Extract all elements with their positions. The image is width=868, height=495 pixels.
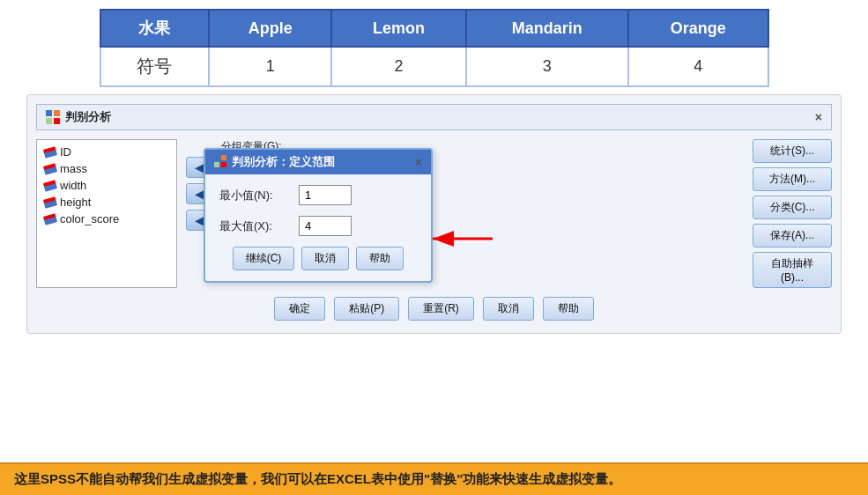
var-label-width: width [60, 179, 86, 192]
var-label-id: ID [60, 145, 71, 159]
min-value-input[interactable] [299, 185, 352, 205]
status-bar-text: 这里SPSS不能自动帮我们生成虚拟变量，我们可以在EXCEL表中使用"替换"功能… [14, 471, 621, 486]
row-3: 3 [466, 47, 628, 86]
col-fruit: 水果 [100, 10, 210, 47]
max-value-row: 最大值(X): [219, 216, 417, 236]
subdialog-body: 最小值(N): 最大值(X): 继续(C) 取消 帮助 [205, 174, 431, 281]
col-lemon: Lemon [331, 10, 466, 47]
continue-button[interactable]: 继续(C) [233, 247, 295, 270]
var-item-id: ID [41, 144, 173, 160]
var-item-mass: mass [41, 160, 173, 177]
min-label: 最小值(N): [219, 188, 290, 203]
var-label-color-score: color_score [60, 212, 119, 225]
subdialog-title-left: 判别分析：定义范围 [214, 154, 335, 170]
svg-rect-2 [46, 118, 52, 124]
stats-button[interactable]: 统计(S)... [753, 139, 832, 163]
dialog-app-icon [46, 110, 60, 124]
main-dialog: 判别分析 × ID mass width height [26, 94, 842, 334]
row-4: 4 [628, 47, 768, 86]
row-1: 1 [209, 47, 331, 86]
bottom-buttons-row: 确定 粘贴(P) 重置(R) 取消 帮助 [36, 297, 832, 324]
status-bar: 这里SPSS不能自动帮我们生成虚拟变量，我们可以在EXCEL表中使用"替换"功能… [0, 462, 868, 495]
svg-rect-1 [54, 110, 60, 116]
fruit-table: 水果 Apple Lemon Mandarin Orange 符号 1 2 3 … [100, 9, 769, 87]
save-button[interactable]: 保存(A)... [753, 224, 832, 248]
help-button[interactable]: 帮助 [543, 297, 594, 321]
col-orange: Orange [628, 10, 768, 47]
var-label-mass: mass [60, 162, 87, 175]
subdialog-title-text: 判别分析：定义范围 [232, 154, 335, 170]
svg-rect-5 [221, 155, 226, 160]
subdialog-close-button[interactable]: × [415, 155, 422, 169]
subdialog-cancel-button[interactable]: 取消 [301, 247, 349, 270]
min-value-row: 最小值(N): [219, 185, 417, 205]
define-range-subdialog: 判别分析：定义范围 × 最小值(N): 最大值(X): 继续(C) 取消 帮助 [204, 148, 433, 283]
max-label: 最大值(X): [219, 218, 290, 234]
subdialog-buttons: 继续(C) 取消 帮助 [219, 247, 417, 270]
svg-rect-4 [214, 155, 219, 160]
far-right-buttons: 统计(S)... 方法(M)... 分类(C)... 保存(A)... 自助抽样… [753, 139, 832, 288]
svg-rect-7 [221, 162, 226, 167]
var-icon-height [43, 196, 57, 208]
subdialog-title-bar: 判别分析：定义范围 × [205, 150, 431, 174]
reset-button[interactable]: 重置(R) [408, 297, 474, 321]
dialog-close-button[interactable]: × [815, 110, 822, 124]
method-button[interactable]: 方法(M)... [753, 167, 832, 191]
red-arrow-indicator [424, 225, 494, 252]
classify-button[interactable]: 分类(C)... [753, 196, 832, 219]
bootstrap-button[interactable]: 自助抽样(B)... [753, 252, 832, 288]
var-icon-color-score [43, 213, 57, 225]
var-item-color-score: color_score [41, 211, 173, 227]
col-mandarin: Mandarin [466, 10, 628, 47]
var-icon-width [43, 180, 57, 191]
max-value-input[interactable] [299, 216, 352, 236]
row-2: 2 [331, 47, 466, 86]
dialog-title-bar: 判别分析 × [36, 104, 832, 130]
var-icon-mass [43, 163, 57, 174]
variable-list-panel: ID mass width height color_score [36, 139, 177, 288]
var-item-width: width [41, 177, 173, 194]
paste-button[interactable]: 粘贴(P) [334, 297, 399, 321]
var-icon-id [43, 146, 57, 158]
dialog-title-text: 判别分析 [65, 109, 111, 125]
subdialog-help-button[interactable]: 帮助 [356, 247, 404, 270]
dialog-title-left: 判别分析 [46, 109, 111, 125]
dialog-content: ID mass width height color_score ◀ ◀ [36, 139, 832, 288]
row-symbol: 符号 [100, 47, 210, 86]
svg-rect-3 [54, 118, 60, 124]
col-apple: Apple [209, 10, 331, 47]
svg-rect-6 [214, 162, 219, 167]
var-item-height: height [41, 194, 173, 211]
subdialog-app-icon [214, 155, 226, 170]
var-label-height: height [60, 196, 91, 209]
svg-rect-0 [46, 110, 52, 116]
cancel-button[interactable]: 取消 [483, 297, 534, 321]
ok-button[interactable]: 确定 [274, 297, 325, 321]
